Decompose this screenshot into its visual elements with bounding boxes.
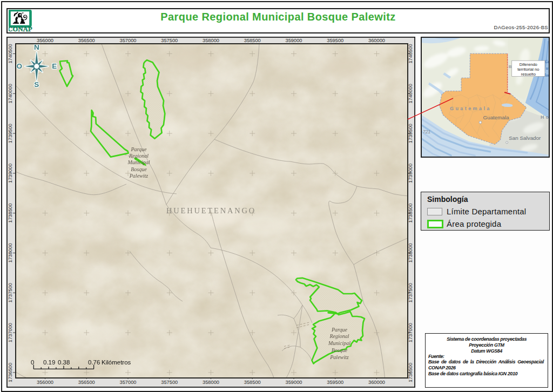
svg-text:1737000: 1737000: [8, 323, 13, 342]
svg-text:Municipal: Municipal: [328, 340, 350, 346]
svg-text:territorial no: territorial no: [517, 67, 539, 72]
svg-text:359500: 359500: [327, 380, 343, 385]
svg-text:357500: 357500: [161, 38, 178, 43]
svg-text:360000: 360000: [368, 38, 385, 43]
svg-text:CONAP: CONAP: [9, 25, 32, 32]
svg-text:Regional: Regional: [329, 333, 349, 339]
svg-text:358000: 358000: [203, 38, 219, 43]
svg-text:Ho: Ho: [541, 114, 550, 120]
svg-text:1738000: 1738000: [8, 243, 13, 262]
svg-text:Guatemala: Guatemala: [483, 114, 510, 120]
svg-text:1736500: 1736500: [8, 363, 13, 382]
svg-text:356500: 356500: [78, 38, 95, 43]
svg-text:1739000: 1739000: [8, 164, 13, 183]
svg-text:E: E: [52, 62, 57, 70]
svg-text:357000: 357000: [119, 38, 136, 43]
svg-text:HUEHUETENANGO: HUEHUETENANGO: [166, 206, 256, 215]
svg-text:Regional: Regional: [129, 153, 149, 159]
svg-text:Bosque: Bosque: [131, 166, 147, 172]
svg-text:u: u: [546, 66, 548, 71]
svg-text:1739500: 1739500: [8, 124, 13, 143]
svg-text:Bosque: Bosque: [332, 347, 348, 353]
svg-text:1740000: 1740000: [8, 84, 13, 103]
svg-text:0: 0: [31, 359, 34, 366]
svg-text:resuelto: resuelto: [521, 72, 536, 77]
svg-text:1738500: 1738500: [8, 204, 13, 223]
svg-text:721: 721: [423, 129, 430, 134]
svg-text:Guatemala: Guatemala: [450, 106, 491, 111]
svg-text:Palewitz: Palewitz: [329, 354, 349, 360]
svg-text:N: N: [34, 43, 39, 51]
svg-text:S: S: [34, 80, 39, 89]
svg-text:1740500: 1740500: [8, 44, 13, 63]
svg-text:1737500: 1737500: [8, 283, 13, 302]
svg-text:359000: 359000: [285, 38, 302, 43]
svg-text:359000: 359000: [285, 380, 302, 385]
svg-text:360000: 360000: [368, 380, 385, 385]
svg-text:Parque: Parque: [130, 146, 147, 152]
svg-text:0.76: 0.76: [88, 359, 100, 366]
svg-text:356000: 356000: [37, 380, 53, 385]
svg-text:O: O: [17, 62, 23, 70]
svg-text:0.19: 0.19: [43, 359, 55, 366]
svg-text:358000: 358000: [203, 380, 219, 385]
svg-text:359500: 359500: [327, 38, 343, 43]
svg-text:Municipal: Municipal: [127, 159, 150, 165]
svg-text:358500: 358500: [244, 38, 261, 43]
svg-text:Parque: Parque: [331, 327, 348, 333]
svg-text:356000: 356000: [37, 38, 53, 43]
svg-text:0.38: 0.38: [58, 359, 70, 366]
svg-text:358500: 358500: [244, 380, 261, 385]
svg-text:356500: 356500: [78, 380, 95, 385]
svg-text:Kilómetros: Kilómetros: [102, 359, 131, 366]
svg-text:Diferendo: Diferendo: [520, 62, 537, 67]
svg-text:Palewitz: Palewitz: [129, 173, 149, 179]
svg-text:B: B: [509, 64, 512, 69]
svg-text:357000: 357000: [119, 380, 136, 385]
svg-text:San Salvador: San Salvador: [509, 135, 541, 141]
svg-text:357500: 357500: [161, 380, 178, 385]
